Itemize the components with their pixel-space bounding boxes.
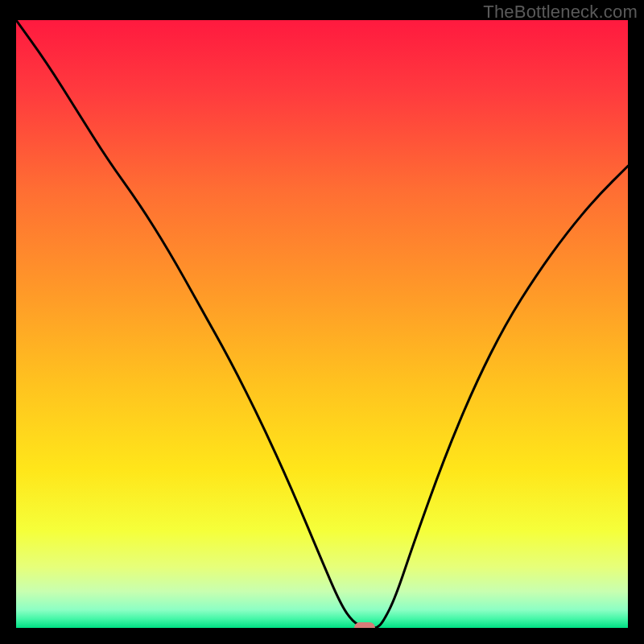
optimal-point-marker: [354, 622, 375, 628]
watermark-text: TheBottleneck.com: [483, 2, 638, 23]
plot-area: [16, 20, 628, 628]
bottleneck-curve: [16, 20, 628, 628]
chart-frame: TheBottleneck.com: [0, 0, 644, 644]
